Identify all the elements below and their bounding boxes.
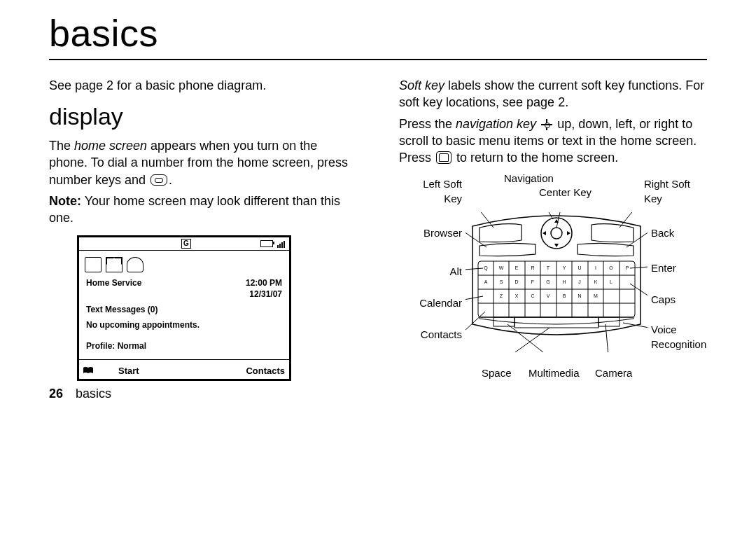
signal-icon <box>277 239 285 248</box>
soft-key-term: Soft key <box>399 78 444 92</box>
svg-text:V: V <box>547 293 550 298</box>
label-enter: Enter <box>651 261 676 275</box>
svg-text:D: D <box>514 279 518 284</box>
display-heading: display <box>49 101 357 133</box>
note-label: Note: <box>49 194 81 208</box>
svg-text:O: O <box>609 265 613 270</box>
svg-line-46 <box>556 212 564 228</box>
svg-text:J: J <box>578 279 581 284</box>
footer-section: basics <box>76 385 111 402</box>
right-column: Soft key labels show the current soft ke… <box>399 73 707 408</box>
date: 12/31/07 <box>249 289 282 300</box>
svg-text:I: I <box>595 265 596 270</box>
label-alt: Alt <box>399 265 462 279</box>
windows-icon <box>83 366 93 375</box>
label-camera: Camera <box>595 366 632 380</box>
navigation-key-term: navigation key <box>456 117 536 131</box>
label-contacts: Contacts <box>399 328 462 342</box>
svg-text:Z: Z <box>500 293 503 298</box>
label-navigation: Navigation <box>504 172 554 186</box>
messages-count: Text Messages (0) <box>86 304 282 315</box>
label-multimedia: Multimedia <box>528 366 580 380</box>
battery-icon <box>260 240 273 247</box>
svg-text:P: P <box>626 265 629 270</box>
home-screen-term: home screen <box>74 139 147 153</box>
svg-line-48 <box>465 232 486 247</box>
svg-text:Q: Q <box>484 265 488 271</box>
svg-text:N: N <box>578 293 581 298</box>
svg-text:K: K <box>594 279 598 284</box>
svg-text:B: B <box>563 293 566 298</box>
right-softkey-label: Contacts <box>246 365 285 377</box>
softkey-bar: Start Contacts <box>79 363 289 380</box>
svg-text:U: U <box>578 265 581 270</box>
appointments: No upcoming appointments. <box>86 319 282 331</box>
svg-text:A: A <box>484 279 488 284</box>
status-bar: G <box>79 237 289 251</box>
navigation-key-icon <box>541 119 552 130</box>
text: to return to the home screen. <box>453 151 618 165</box>
text: . <box>169 173 172 187</box>
softkey-paragraph: Soft key labels show the current soft ke… <box>399 77 707 111</box>
text: The <box>49 139 74 153</box>
svg-line-57 <box>507 324 556 352</box>
svg-text:M: M <box>594 293 598 298</box>
call-key-icon <box>150 174 167 186</box>
contacts-shortcut-icon <box>127 257 144 272</box>
label-voice-recognition: Voice Recognition <box>651 323 706 352</box>
label-right-soft-key: Right Soft Key <box>644 177 690 206</box>
svg-point-1 <box>551 228 562 239</box>
note-paragraph: Note: Your home screen may look differen… <box>49 193 357 227</box>
page-number: 26 <box>49 385 63 402</box>
left-softkey-label: Start <box>114 365 246 377</box>
svg-rect-16 <box>514 317 598 328</box>
svg-text:T: T <box>547 265 550 270</box>
svg-line-52 <box>465 296 483 300</box>
text: Press the <box>399 117 456 131</box>
label-browser: Browser <box>399 226 462 240</box>
label-caps: Caps <box>651 293 676 307</box>
svg-text:X: X <box>515 293 519 298</box>
home-key-icon <box>436 151 451 164</box>
note-text: Your home screen may look different than… <box>49 194 340 225</box>
svg-text:Y: Y <box>563 265 566 270</box>
network-indicator: G <box>181 239 191 249</box>
svg-line-49 <box>626 232 648 247</box>
svg-text:E: E <box>515 265 519 270</box>
svg-line-54 <box>465 312 485 331</box>
settings-shortcut-icon <box>85 257 102 272</box>
nav-key-paragraph: Press the navigation key up, down, left,… <box>399 116 707 167</box>
svg-text:F: F <box>531 279 534 284</box>
phone-mockup: G Home Service 12:00 PM 12/31/07 Text Me… <box>77 235 291 381</box>
label-left-soft-key: Left Soft Key <box>399 177 462 206</box>
svg-text:R: R <box>531 265 534 270</box>
title-rule <box>49 59 707 60</box>
keyboard-svg: QWERTYUIOP ASDFGHJKL ZXCVBNM <box>465 212 648 352</box>
svg-line-53 <box>630 284 648 296</box>
label-center-key: Center Key <box>539 186 592 200</box>
svg-text:H: H <box>562 279 566 284</box>
messages-shortcut-icon <box>106 257 122 272</box>
keyboard-diagram: Left Soft Key Navigation Center Key Righ… <box>399 170 707 408</box>
label-space: Space <box>482 366 512 380</box>
svg-text:C: C <box>531 293 534 298</box>
svg-line-51 <box>630 267 648 268</box>
page-footer: 26 basics <box>49 385 357 402</box>
clock: 12:00 PM <box>246 277 282 289</box>
page-title: basics <box>49 11 707 55</box>
carrier-label: Home Service <box>86 277 141 289</box>
svg-text:W: W <box>499 265 504 270</box>
left-column: See page 2 for a basic phone diagram. di… <box>49 73 357 408</box>
svg-text:L: L <box>610 279 612 284</box>
intro-text: See page 2 for a basic phone diagram. <box>49 77 357 94</box>
label-back: Back <box>651 226 674 240</box>
svg-text:G: G <box>546 279 550 284</box>
profile-status: Profile: Normal <box>86 340 282 352</box>
text: labels show the current soft key functio… <box>399 78 704 109</box>
label-calendar: Calendar <box>399 296 462 310</box>
svg-line-58 <box>606 324 609 352</box>
svg-text:S: S <box>500 279 503 284</box>
home-screen-paragraph: The home screen appears when you turn on… <box>49 137 357 188</box>
svg-line-50 <box>465 268 483 270</box>
shortcut-icons <box>79 251 289 276</box>
